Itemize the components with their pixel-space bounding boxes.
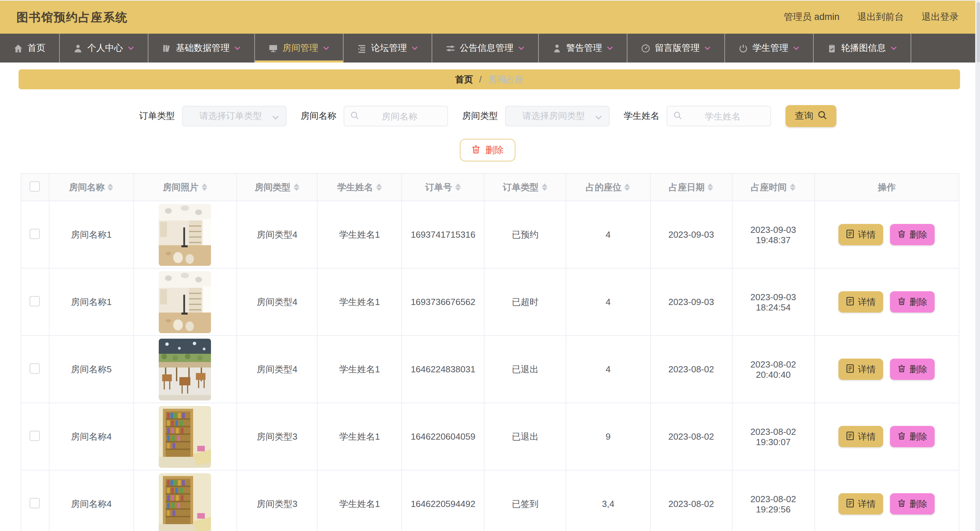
nav-item-warning-management[interactable]: 警告管理 (539, 33, 627, 62)
room-name-input[interactable] (358, 110, 441, 122)
order-type-label: 订单类型 (139, 110, 175, 122)
search-button-label: 查询 (795, 110, 813, 122)
cell-student-name: 学生姓名1 (318, 268, 402, 335)
sort-icon[interactable] (108, 183, 114, 191)
table-row: 房间名称1 房间类型4 学生姓名1 1693741715316 已预约 4 20… (21, 201, 959, 268)
detail-button[interactable]: 详情 (839, 359, 883, 380)
logout-link[interactable]: 退出登录 (921, 11, 959, 23)
column-student-name[interactable]: 学生姓名 (318, 173, 402, 201)
sort-icon[interactable] (455, 183, 461, 191)
row-delete-button[interactable]: 删除 (890, 224, 935, 245)
search-button[interactable]: 查询 (785, 105, 836, 127)
column-room-name[interactable]: 房间名称 (49, 173, 134, 201)
scrollbar[interactable] (977, 1, 980, 531)
sort-icon[interactable] (375, 183, 382, 191)
bulk-delete-button[interactable]: 删除 (460, 139, 515, 161)
room-type-select-placeholder: 请选择房间类型 (512, 110, 595, 122)
nav-item-base-data[interactable]: 基础数据管理 (148, 33, 255, 62)
row-delete-button[interactable]: 删除 (890, 359, 935, 380)
column-actions: 操作 (815, 173, 959, 201)
nav-item-student-management[interactable]: 学生管理 (725, 33, 814, 62)
cell-room-name: 房间名称4 (49, 470, 134, 531)
row-checkbox[interactable] (30, 296, 40, 306)
monitor-icon (269, 44, 278, 52)
row-delete-button[interactable]: 删除 (890, 493, 935, 515)
occupancy-table: 房间名称 房间照片 房间类型 学生姓名 订单号 订单类型 占的座位 占座日期 占… (21, 173, 959, 531)
nav-item-message-board-management[interactable]: 留言版管理 (627, 33, 725, 62)
row-delete-button[interactable]: 删除 (890, 426, 935, 447)
nav-item-home[interactable]: 首页 (0, 33, 60, 62)
row-checkbox[interactable] (30, 228, 40, 239)
nav-label: 房间管理 (282, 42, 318, 54)
cell-time: 2023-09-03 18:24:54 (732, 268, 815, 335)
detail-button[interactable]: 详情 (839, 426, 883, 447)
column-date[interactable]: 占座日期 (651, 173, 732, 201)
sort-icon[interactable] (201, 183, 208, 191)
sort-icon[interactable] (293, 183, 299, 191)
cell-order-type: 已预约 (485, 201, 566, 268)
row-delete-button[interactable]: 删除 (890, 291, 935, 313)
breadcrumb-home[interactable]: 首页 (455, 73, 473, 86)
cell-room-type: 房间类型4 (237, 335, 318, 403)
breadcrumb-current: 房间占座 (488, 73, 524, 86)
column-seats[interactable]: 占的座位 (566, 173, 651, 201)
cell-order-no: 1646220594492 (402, 470, 484, 531)
cell-time: 2023-08-02 19:30:07 (732, 403, 815, 470)
cell-date: 2023-08-02 (651, 403, 732, 470)
detail-button[interactable]: 详情 (839, 291, 883, 313)
scrollbar-thumb[interactable] (977, 2, 980, 62)
nav-item-forum-management[interactable]: 论坛管理 (344, 33, 432, 62)
cell-student-name: 学生姓名1 (318, 470, 402, 531)
exit-to-front-link[interactable]: 退出到前台 (858, 11, 904, 23)
row-checkbox[interactable] (30, 430, 40, 441)
student-name-label: 学生姓名 (624, 110, 659, 122)
room-name-label: 房间名称 (301, 110, 336, 122)
column-room-photo[interactable]: 房间照片 (134, 173, 237, 201)
sort-icon[interactable] (707, 183, 713, 191)
home-icon (14, 44, 23, 52)
top-header: 图书馆预约占座系统 管理员 admin 退出到前台 退出登录 (0, 1, 975, 33)
book-icon (162, 44, 171, 52)
nav-item-carousel-info[interactable]: 轮播图信息 (814, 33, 911, 62)
order-type-select[interactable]: 请选择订单类型 (182, 106, 286, 126)
sort-icon[interactable] (541, 183, 547, 191)
room-type-select[interactable]: 请选择房间类型 (505, 106, 609, 126)
row-checkbox[interactable] (30, 498, 40, 508)
sort-icon[interactable] (624, 183, 630, 191)
nav-label: 论坛管理 (371, 42, 407, 54)
cell-seats: 4 (566, 335, 651, 403)
trash-icon (898, 296, 906, 307)
cell-seats: 4 (566, 201, 651, 268)
cell-time: 2023-08-02 19:29:56 (732, 470, 815, 531)
detail-button[interactable]: 详情 (839, 224, 883, 245)
chevron-down-icon (607, 46, 613, 50)
cell-order-no: 1693736676562 (402, 268, 484, 335)
detail-button[interactable]: 详情 (839, 493, 883, 515)
column-order-no[interactable]: 订单号 (402, 173, 484, 201)
admin-user-link[interactable]: 管理员 admin (784, 11, 840, 23)
nav-item-personal-center[interactable]: 个人中心 (60, 33, 148, 62)
select-all-checkbox[interactable] (30, 181, 40, 191)
cell-room-type: 房间类型4 (237, 268, 318, 335)
cell-date: 2023-09-03 (651, 268, 732, 335)
trash-icon (898, 229, 906, 240)
nav-label: 首页 (27, 42, 45, 54)
room-photo (159, 473, 211, 531)
column-order-type[interactable]: 订单类型 (485, 173, 566, 201)
student-name-input[interactable] (681, 110, 764, 122)
filter-bar: 订单类型 请选择订单类型 房间名称 房间类型 请选择房间类型 学生姓名 (0, 105, 975, 127)
nav-item-announcement-management[interactable]: 公告信息管理 (432, 33, 539, 62)
nav-item-room-management[interactable]: 房间管理 (255, 33, 344, 62)
nav-label: 留言版管理 (655, 42, 700, 54)
cell-time: 2023-08-02 20:40:40 (732, 335, 815, 403)
person-icon (552, 44, 562, 52)
sort-icon[interactable] (789, 183, 795, 191)
cell-room-name: 房间名称1 (49, 201, 134, 268)
cell-date: 2023-08-02 (651, 470, 732, 531)
cell-student-name: 学生姓名1 (318, 403, 402, 470)
row-checkbox[interactable] (30, 363, 40, 374)
cell-seats: 9 (566, 403, 651, 470)
column-room-type[interactable]: 房间类型 (237, 173, 318, 201)
column-time[interactable]: 占座时间 (732, 173, 815, 201)
room-type-label: 房间类型 (462, 110, 498, 122)
